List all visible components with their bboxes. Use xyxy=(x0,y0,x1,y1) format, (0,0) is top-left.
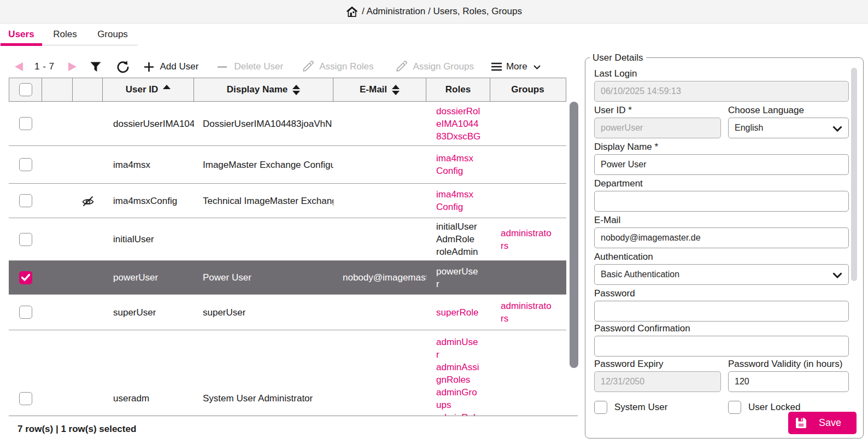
language-label: Choose Language xyxy=(728,106,849,115)
role-link[interactable]: adminRol es xyxy=(436,411,479,416)
row-checkbox[interactable] xyxy=(19,158,32,171)
table-row-superUser[interactable]: superUsersuperUsersuperRoleadministrato … xyxy=(9,295,566,330)
password-field[interactable] xyxy=(594,301,849,322)
role-link[interactable]: adminAssi gnRoles xyxy=(436,361,479,386)
password-validity-field[interactable]: 120 xyxy=(728,371,849,392)
pagination-range: 1 - 7 xyxy=(34,61,55,72)
group-link[interactable]: administrato rs xyxy=(501,300,552,325)
table-row-dossierUserIMA104483[interactable]: dossierUserIMA104483DossierUserIMA104483… xyxy=(9,102,566,146)
password-validity-group: Password Validity (in hours) 120 xyxy=(728,359,849,392)
row-count-status: 7 row(s) | 1 row(s) selected xyxy=(17,424,136,435)
row-checkbox[interactable] xyxy=(19,392,32,405)
header-cell-display-name[interactable]: Display Name xyxy=(194,78,333,101)
tab-roles[interactable]: Roles xyxy=(43,24,87,45)
language-select[interactable]: English xyxy=(728,118,849,138)
cell-display-name: DossierUserIMA104483joaVhN xyxy=(194,102,333,145)
cell-user-id: powerUser xyxy=(103,261,194,294)
cell-email xyxy=(333,102,426,145)
cell-roles: ima4msx Config xyxy=(426,146,490,183)
table-vertical-scrollbar[interactable] xyxy=(570,102,578,368)
role-link[interactable]: superRole xyxy=(436,306,479,319)
role-link[interactable]: adminUse r xyxy=(436,336,479,361)
display-name-group: Display Name * Power User xyxy=(594,142,849,175)
add-user-button[interactable]: Add User xyxy=(144,61,199,72)
email-field[interactable]: nobody@imagemaster.de xyxy=(594,227,849,248)
system-user-checkbox[interactable] xyxy=(594,401,607,414)
chevron-down-icon xyxy=(832,272,842,278)
password-confirmation-label: Password Confirmation xyxy=(594,324,849,333)
email-label: E-Mail xyxy=(594,215,849,225)
cell-user-id: initialUser xyxy=(103,218,194,260)
hidden-user-icon-cell xyxy=(73,184,103,218)
next-page-icon[interactable] xyxy=(68,62,77,71)
row-checkbox[interactable] xyxy=(19,117,32,130)
table-row-initialUser[interactable]: initialUserinitialUser AdmRole roleAdmin… xyxy=(9,218,566,261)
header-cell-email[interactable]: E-Mail xyxy=(333,78,426,101)
select-all-checkbox[interactable] xyxy=(19,83,32,96)
save-button[interactable]: Save xyxy=(788,412,857,434)
user-locked-checkbox[interactable] xyxy=(728,401,741,414)
role-link[interactable]: powerUse r xyxy=(436,265,478,290)
system-user-option: System User xyxy=(594,401,667,414)
table-row-useradm[interactable]: useradmSystem User AdministratoradminUse… xyxy=(9,330,566,416)
assign-roles-button[interactable]: Assign Roles xyxy=(301,60,373,73)
table-row-ima4msxConfig[interactable]: ima4msxConfigTechnical ImageMaster Excha… xyxy=(9,184,566,218)
row-checkbox[interactable] xyxy=(19,271,32,284)
panel-vertical-scrollbar[interactable] xyxy=(851,68,857,281)
delete-user-button[interactable]: Delete User xyxy=(217,61,283,72)
panel-legend: User Details xyxy=(590,52,646,63)
role-link[interactable]: adminGro ups xyxy=(436,386,479,411)
table-row-ima4msx[interactable]: ima4msxImageMaster Exchange Configuratio… xyxy=(9,146,566,184)
table-row-powerUser[interactable]: powerUserPower Usernobody@imagemaster.de… xyxy=(9,261,566,295)
cell-display-name: Technical ImageMaster Exchange User xyxy=(194,184,333,218)
department-group: Department xyxy=(594,179,849,212)
cell-roles: powerUse r xyxy=(426,261,490,294)
header-cell-roles: Roles xyxy=(426,78,490,101)
home-icon[interactable] xyxy=(346,6,358,17)
role-link[interactable]: ima4msx Config xyxy=(436,152,473,177)
cell-display-name: Power User xyxy=(194,261,333,294)
user-details-panel: User Details Last Login 06/10/2025 14:59… xyxy=(585,57,864,439)
hamburger-icon xyxy=(491,62,502,71)
previous-page-icon[interactable] xyxy=(15,62,23,71)
last-login-field: 06/10/2025 14:59:13 xyxy=(594,81,849,102)
table-header: User ID Display Name E-Mail Roles Groups xyxy=(9,78,566,102)
row-icon-cell xyxy=(73,146,103,183)
row-checkbox[interactable] xyxy=(19,306,32,319)
department-field[interactable] xyxy=(594,191,849,212)
role-link[interactable]: ima4msx Config xyxy=(436,188,473,213)
authentication-select[interactable]: Basic Authentication xyxy=(594,264,849,285)
assign-groups-button[interactable]: Assign Groups xyxy=(395,60,474,73)
header-cell-user-id[interactable]: User ID xyxy=(103,78,194,101)
refresh-icon[interactable] xyxy=(116,60,130,73)
row-checkbox[interactable] xyxy=(19,194,32,207)
password-expiry-field: 12/31/2050 xyxy=(594,371,721,392)
cell-email xyxy=(333,295,426,330)
row-checkbox-cell xyxy=(9,330,42,416)
password-group: Password xyxy=(594,289,849,322)
tab-groups[interactable]: Groups xyxy=(87,24,138,45)
role-link[interactable]: dossierRol eIMA1044 83DxscBG xyxy=(436,105,480,143)
cell-display-name: superUser xyxy=(194,295,333,330)
tab-users[interactable]: Users xyxy=(0,24,43,45)
password-confirmation-field[interactable] xyxy=(594,336,849,357)
user-id-label: User ID * xyxy=(594,106,721,115)
cell-groups xyxy=(490,261,566,294)
sort-both-icon xyxy=(392,85,400,95)
authentication-group: Authentication Basic Authentication xyxy=(594,252,849,285)
row-checkbox[interactable] xyxy=(19,233,32,246)
display-name-field[interactable]: Power User xyxy=(594,154,849,175)
password-validity-label: Password Validity (in hours) xyxy=(728,359,849,369)
row-checkbox-cell xyxy=(9,184,42,218)
system-user-label: System User xyxy=(614,402,667,413)
row-empty-cell xyxy=(42,184,73,218)
display-name-label: Display Name * xyxy=(594,142,849,151)
cell-user-id: ima4msx xyxy=(103,146,194,183)
filter-icon[interactable] xyxy=(90,62,101,72)
password-expiry-label: Password Expiry xyxy=(594,359,721,369)
more-button[interactable]: More xyxy=(491,61,541,72)
row-checkbox-cell xyxy=(9,146,42,183)
row-empty-cell xyxy=(42,295,73,330)
breadcrumb: / Administration / Users, Roles, Groups xyxy=(346,6,522,17)
group-link[interactable]: administrato rs xyxy=(501,227,552,252)
